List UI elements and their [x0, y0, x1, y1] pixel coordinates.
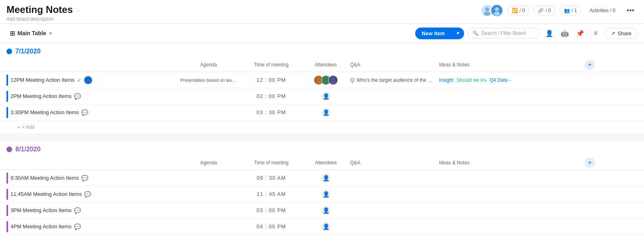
svg-point-1 [484, 12, 490, 16]
add-item-row-group1[interactable]: + + Add [0, 121, 644, 134]
col-time-header-2: Time of meeting [241, 158, 302, 167]
attendees-cell: 👤 [302, 206, 350, 215]
col-add-header-2: + [585, 156, 597, 170]
share-button[interactable]: ↗ Share [605, 28, 638, 39]
row-stripe [6, 205, 8, 216]
persons-icon: 👥 [564, 8, 570, 13]
check-icon: ✓ [77, 77, 82, 83]
attendee-3 [328, 75, 338, 85]
row-name: 9:30AM Meeting Action Items [11, 175, 79, 181]
row-name-cell: 12PM Meeting Action Items ✓ 🎧 [6, 74, 176, 86]
search-filter-input[interactable]: 🔍 Search / Filter Board [467, 28, 540, 38]
agenda-text: Presentation based on last week's mont..… [180, 78, 237, 83]
time-cell: 04 : 00 PM [241, 223, 302, 230]
group-color-dot-purple [6, 147, 12, 152]
toolbar: ⊞ Main Table ▼ New Item ▼ 🔍 Search / Fil… [0, 24, 644, 43]
comment-icon: 💬 [74, 223, 81, 230]
attendees-cell: 👤 [302, 91, 350, 101]
time-cell: 11 : 45 AM [241, 191, 302, 197]
table-row[interactable]: 4PM Meeting Action Items 💬 04 : 00 PM 👤 [0, 219, 644, 235]
activities-button[interactable]: Activities / 0 [585, 6, 619, 15]
row-name: 3PM Meeting Action Items [11, 207, 72, 213]
svg-point-4 [317, 77, 320, 80]
table-row[interactable]: 11:45AM Meeting Action Items 💬 11 : 45 A… [0, 186, 644, 202]
add-column-button-2[interactable]: + [585, 157, 595, 168]
table-row[interactable]: 3:30PM Meeting Action Items 💬 03 : 30 PM… [0, 104, 644, 121]
qa-cell: Q: Who's the target audience of the pres… [350, 77, 439, 83]
add-plus-icon: + [17, 124, 20, 130]
attendees-cell: 👤 [302, 108, 350, 117]
comment-icon: 💬 [81, 175, 88, 181]
column-headers-group1: Agenda Time of meeting Attendees Q&A Ide… [0, 57, 644, 72]
idea-text-2[interactable]: Should we involve th... [456, 77, 486, 83]
row-stripe [6, 91, 8, 102]
time-cell: 09 : 30 AM [241, 175, 302, 181]
row-stripe [6, 221, 8, 232]
share-icon: ↗ [611, 30, 615, 36]
filter-icon[interactable]: ≡ [589, 27, 602, 39]
integrations-button[interactable]: 🔗 / 0 [533, 6, 555, 15]
svg-point-7 [323, 81, 329, 84]
group-header-july: 7/1/2020 [0, 43, 644, 57]
toolbar-right: New Item ▼ 🔍 Search / Filter Board 👤 🤖 📌… [415, 27, 638, 39]
integrations-count: / 0 [545, 8, 551, 13]
comment-icon: 💬 [74, 93, 81, 100]
svg-point-5 [316, 81, 321, 84]
table-icon: ⊞ [10, 30, 15, 37]
table-row[interactable]: 9:30AM Meeting Action Items 💬 09 : 30 AM… [0, 170, 644, 186]
board-description[interactable]: Add board description [6, 16, 81, 22]
search-placeholder: Search / Filter Board [481, 30, 526, 36]
table-row[interactable]: 3PM Meeting Action Items 💬 03 : 00 PM 👤 [0, 202, 644, 219]
add-column-button-1[interactable]: + [585, 60, 595, 70]
idea-text-1[interactable]: Insights f... [439, 77, 453, 83]
group-title-august[interactable]: 8/1/2020 [15, 146, 40, 153]
comment-icon: 💬 [74, 207, 81, 214]
new-item-button[interactable]: New Item ▼ [415, 28, 464, 39]
col-attendees-header-2: Attendees [302, 158, 350, 167]
pin-icon[interactable]: 📌 [574, 27, 586, 39]
toolbar-left: ⊞ Main Table ▼ [6, 28, 56, 39]
attendee-empty: 👤 [321, 189, 331, 199]
column-headers-group2: Agenda Time of meeting Attendees Q&A Ide… [0, 155, 644, 170]
attendees-cell: 👤 [302, 189, 350, 199]
row-stripe [6, 189, 8, 200]
person-filter-icon[interactable]: 👤 [543, 27, 555, 39]
ideas-cell: Insights f... Should we involve th... Q4… [439, 77, 512, 83]
comment-icon: 💬 [81, 109, 88, 116]
add-item-row-group2[interactable]: + + Add [0, 235, 644, 238]
page-title: Meeting Notes [6, 4, 73, 15]
svg-point-6 [324, 77, 327, 80]
row-stripe [6, 74, 8, 86]
row-name-cell: 11:45AM Meeting Action Items 💬 [6, 189, 176, 200]
attendees-cell: 👤 [302, 173, 350, 183]
automations-icon: 🔁 [512, 8, 518, 13]
row-name-cell: 2PM Meeting Action Items 💬 [6, 91, 176, 102]
star-icon[interactable]: ☆ [75, 6, 81, 14]
agenda-cell: Presentation based on last week's mont..… [176, 78, 241, 83]
time-cell: 03 : 30 PM [241, 109, 302, 115]
qa-text: Q: Who's the target audience of the pres… [350, 77, 435, 83]
group-july: 7/1/2020 Agenda Time of meeting Attendee… [0, 43, 644, 134]
row-name-cell: 4PM Meeting Action Items 💬 [6, 221, 176, 232]
new-item-arrow-icon: ▼ [452, 28, 464, 38]
more-options-button[interactable]: ••• [623, 5, 638, 17]
group-title-july[interactable]: 7/1/2020 [15, 48, 40, 55]
main-table-label: Main Table [17, 30, 46, 36]
col-qa-header-2: Q&A [350, 158, 439, 167]
attendees-group [314, 75, 338, 85]
group-august: 8/1/2020 Agenda Time of meeting Attendee… [0, 141, 644, 238]
col-ideas-header: Ideas & Notes [439, 60, 512, 69]
table-row[interactable]: 2PM Meeting Action Items 💬 02 : 00 PM 👤 [0, 88, 644, 104]
add-item-label-1: + Add [22, 124, 34, 130]
user-avatars[interactable] [481, 4, 503, 17]
col-agenda-header-2: Agenda [176, 158, 241, 167]
col-add-header: + [585, 58, 597, 72]
persons-button[interactable]: 👥 / 1 [560, 6, 581, 15]
search-icon: 🔍 [473, 30, 479, 36]
col-attendees-header: Attendees [302, 60, 350, 69]
idea-text-3[interactable]: Q4 Data - do w... [490, 77, 512, 83]
main-table-button[interactable]: ⊞ Main Table ▼ [6, 28, 56, 39]
automations-button[interactable]: 🔁 / 0 [507, 6, 529, 15]
robot-icon[interactable]: 🤖 [559, 27, 571, 39]
table-row[interactable]: 12PM Meeting Action Items ✓ 🎧 Presentati… [0, 72, 644, 88]
